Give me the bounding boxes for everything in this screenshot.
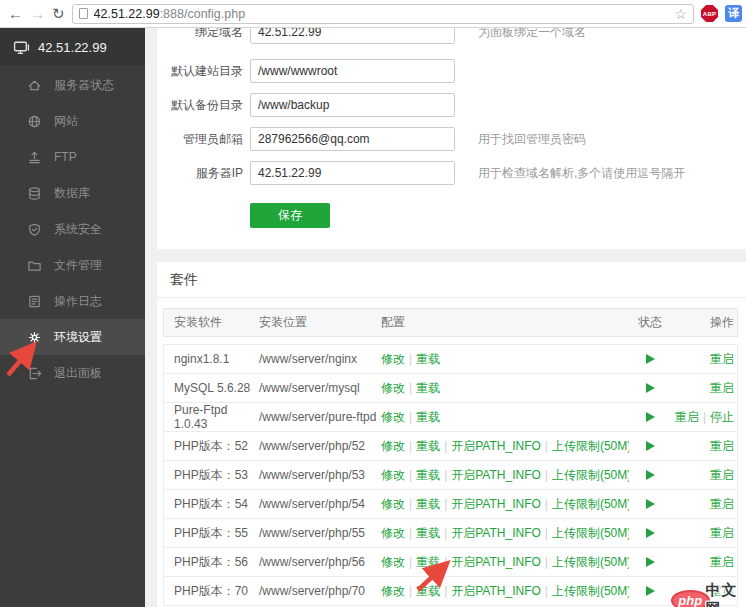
sidebar-item-logs[interactable]: 操作日志 (0, 283, 145, 319)
sidebar-item-label: FTP (54, 150, 77, 164)
server-ip-title: 42.51.22.99 (38, 40, 107, 55)
software-name: PHP版本：53 (164, 467, 259, 484)
config-link[interactable]: 重载 (416, 526, 440, 540)
config-link[interactable]: 开启PATH_INFO (451, 439, 541, 453)
config-link[interactable]: 开启PATH_INFO (451, 468, 541, 482)
admin-email-input[interactable] (250, 127, 455, 151)
config-link[interactable]: 重载 (416, 439, 440, 453)
config-link[interactable]: 上传限制(50M) (552, 526, 629, 540)
forward-icon[interactable]: → (30, 6, 45, 21)
action-links: 重启 (671, 496, 739, 513)
browser-toolbar: ← → ↻ 42.51.22.99:888/config.php ☆ ABP 译 (0, 0, 746, 28)
install-path: /www/server/mysql (259, 381, 381, 395)
config-link[interactable]: 上传限制(50M) (552, 468, 629, 482)
config-link[interactable]: 修改 (381, 497, 405, 511)
sidebar-item-ftp[interactable]: FTP (0, 139, 145, 175)
action-link[interactable]: 重启 (710, 497, 734, 511)
logout-icon (27, 366, 42, 381)
action-link[interactable]: 重启 (710, 555, 734, 569)
action-link[interactable]: 重启 (710, 381, 734, 395)
software-name: nginx1.8.1 (164, 352, 259, 366)
col-location: 安装位置 (259, 314, 381, 331)
status-cell (629, 586, 671, 596)
config-link[interactable]: 重载 (416, 497, 440, 511)
action-link[interactable]: 重启 (710, 468, 734, 482)
config-link[interactable]: 上传限制(50M) (552, 555, 629, 569)
action-links: 重启 (671, 351, 739, 368)
sidebar-item-logout[interactable]: 退出面板 (0, 355, 145, 391)
config-link[interactable]: 修改 (381, 468, 405, 482)
config-link[interactable]: 修改 (381, 352, 405, 366)
translate-extension-icon[interactable]: 译 (725, 5, 742, 22)
server-ip-input[interactable] (250, 161, 455, 185)
config-link[interactable]: 重载 (416, 555, 440, 569)
sidebar-item-label: 文件管理 (54, 257, 102, 274)
address-bar[interactable]: 42.51.22.99:888/config.php ☆ (72, 4, 694, 24)
running-status-icon (646, 470, 655, 480)
sidebar-item-files[interactable]: 文件管理 (0, 247, 145, 283)
link-separator: | (409, 410, 412, 424)
divider (157, 297, 746, 298)
install-path: /www/server/php/56 (259, 555, 381, 569)
link-separator: | (545, 584, 548, 598)
config-link[interactable]: 开启PATH_INFO (451, 526, 541, 540)
sidebar-item-settings[interactable]: 环境设置 (0, 319, 145, 355)
site-root-input[interactable] (250, 59, 455, 83)
config-link[interactable]: 开启PATH_INFO (451, 555, 541, 569)
save-button[interactable]: 保存 (250, 203, 330, 228)
action-links: 重启 (671, 467, 739, 484)
sidebar-item-label: 数据库 (54, 185, 90, 202)
url-text: 42.51.22.99:888/config.php (94, 7, 246, 21)
reload-icon[interactable]: ↻ (52, 6, 65, 21)
action-link[interactable]: 重启 (710, 526, 734, 540)
sidebar-item-security[interactable]: 系统安全 (0, 211, 145, 247)
config-link[interactable]: 重载 (416, 410, 440, 424)
bind-domain-input[interactable] (250, 28, 455, 44)
config-link[interactable]: 修改 (381, 526, 405, 540)
config-link[interactable]: 修改 (381, 439, 405, 453)
config-link[interactable]: 上传限制(50M) (552, 439, 629, 453)
sidebar-item-websites[interactable]: 网站 (0, 103, 145, 139)
config-link[interactable]: 修改 (381, 410, 405, 424)
sidebar-item-database[interactable]: 数据库 (0, 175, 145, 211)
config-links: 修改|重载 (381, 380, 629, 397)
config-link[interactable]: 修改 (381, 555, 405, 569)
install-path: /www/server/php/54 (259, 497, 381, 511)
install-path: /www/server/php/55 (259, 526, 381, 540)
form-row-site-root: 默认建站目录 (157, 59, 746, 83)
sidebar-item-server-status[interactable]: 服务器状态 (0, 67, 145, 103)
link-separator: | (409, 381, 412, 395)
config-links: 修改|重载|开启PATH_INFO|上传限制(50M) (381, 554, 629, 571)
sidebar-item-label: 退出面板 (54, 365, 102, 382)
config-link[interactable]: 修改 (381, 381, 405, 395)
install-path: /www/server/nginx (259, 352, 381, 366)
table-row: nginx1.8.1 /www/server/nginx 修改|重载 重启 (164, 345, 737, 374)
back-icon[interactable]: ← (8, 6, 23, 21)
config-link[interactable]: 上传限制(50M) (552, 584, 629, 598)
globe-icon (27, 114, 42, 129)
form-row-server-ip: 服务器IP 用于检查域名解析,多个请使用逗号隔开 (157, 161, 746, 185)
bookmark-star-icon[interactable]: ☆ (674, 6, 687, 22)
packages-table-header: 安装软件 安装位置 配置 状态 操作 (163, 308, 738, 337)
config-link[interactable]: 重载 (416, 381, 440, 395)
config-link[interactable]: 重载 (416, 468, 440, 482)
config-link[interactable]: 重载 (416, 584, 440, 598)
table-row: MySQL 5.6.28 /www/server/mysql 修改|重载 重启 (164, 374, 737, 403)
config-link[interactable]: 修改 (381, 584, 405, 598)
action-link[interactable]: 重启 (710, 584, 734, 598)
config-link[interactable]: 上传限制(50M) (552, 497, 629, 511)
table-row: Pure-Ftpd 1.0.43 /www/server/pure-ftpd 修… (164, 403, 737, 432)
backup-dir-input[interactable] (250, 93, 455, 117)
action-link[interactable]: 重启 (710, 352, 734, 366)
config-link[interactable]: 开启PATH_INFO (451, 497, 541, 511)
config-link[interactable]: 开启PATH_INFO (451, 584, 541, 598)
action-link[interactable]: 重启 (710, 439, 734, 453)
action-link[interactable]: 停止 (710, 410, 734, 424)
action-link[interactable]: 重启 (675, 410, 699, 424)
adblock-extension-icon[interactable]: ABP (701, 5, 718, 22)
shield-icon (27, 222, 42, 237)
action-links: 重启 (671, 525, 739, 542)
config-link[interactable]: 重载 (416, 352, 440, 366)
form-label: 绑定域名 (157, 28, 243, 44)
panel-settings-card: 绑定域名 为面板绑定一个域名 默认建站目录 默认备份目录 管理员邮箱 用于找回管… (157, 28, 746, 249)
